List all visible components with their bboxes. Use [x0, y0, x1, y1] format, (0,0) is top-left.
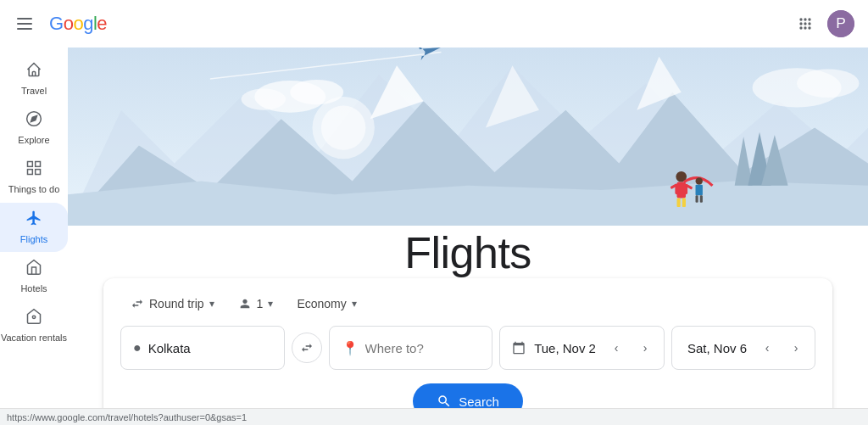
things-to-do-icon: [25, 159, 42, 181]
svg-marker-3: [31, 116, 36, 122]
svg-rect-5: [36, 162, 41, 167]
sidebar-label-flights: Flights: [20, 234, 47, 245]
explore-icon: [25, 110, 42, 131]
return-date-field[interactable]: Sat, Nov 6 ‹ ›: [671, 326, 815, 370]
destination-field[interactable]: 📍: [329, 326, 493, 370]
passengers-chevron: ▾: [268, 298, 273, 310]
sidebar-label-explore: Explore: [18, 135, 49, 146]
cabin-class-label: Economy: [297, 297, 346, 310]
sidebar-label-things-to-do: Things to do: [8, 184, 60, 195]
passengers-label: 1: [257, 297, 264, 310]
destination-icon: 📍: [342, 340, 359, 356]
sidebar-item-flights[interactable]: Flights: [0, 203, 68, 252]
svg-rect-4: [28, 162, 33, 167]
svg-rect-32: [676, 198, 680, 206]
search-box: Round trip ▾ 1 ▾ Economy ▾: [103, 278, 832, 408]
apps-grid-button[interactable]: [790, 8, 821, 39]
search-button[interactable]: Search: [413, 383, 523, 408]
sidebar-label-vacation-rentals: Vacation rentals: [1, 333, 67, 344]
svg-rect-39: [700, 195, 703, 202]
depart-next-button[interactable]: ›: [633, 336, 657, 360]
origin-icon: ●: [133, 340, 142, 355]
swap-button[interactable]: [292, 333, 322, 363]
sidebar-label-travel: Travel: [21, 86, 47, 97]
svg-point-8: [32, 316, 35, 318]
return-prev-button[interactable]: ‹: [755, 336, 779, 360]
depart-date-field[interactable]: Tue, Nov 2 ‹ ›: [499, 326, 665, 370]
status-url: https://www.google.com/travel/hotels?aut…: [7, 412, 247, 422]
svg-rect-7: [28, 170, 33, 175]
travel-icon: [25, 61, 42, 82]
sidebar-item-explore[interactable]: Explore: [0, 103, 68, 153]
origin-field[interactable]: ●: [120, 326, 285, 370]
avatar[interactable]: P: [827, 10, 854, 37]
trip-type-button[interactable]: Round trip ▾: [120, 292, 225, 316]
return-next-button[interactable]: ›: [784, 336, 808, 360]
google-logo: Google: [49, 13, 107, 35]
svg-marker-15: [68, 182, 868, 226]
hotels-icon: [25, 259, 42, 280]
search-section: Round trip ▾ 1 ▾ Economy ▾: [68, 278, 868, 408]
menu-button[interactable]: [14, 14, 36, 33]
hero-illustration: [68, 48, 868, 226]
trip-type-chevron: ▾: [209, 298, 214, 310]
search-button-label: Search: [459, 394, 499, 409]
search-fields: ● 📍 Tue, Nov 2 ‹ ›: [120, 326, 815, 370]
vacation-rentals-icon: [25, 308, 42, 329]
sidebar: Travel Explore Things to do Flights Hote…: [0, 48, 68, 408]
origin-input[interactable]: [148, 341, 272, 355]
svg-point-25: [242, 88, 286, 109]
search-btn-wrap: Search: [120, 383, 815, 408]
sidebar-item-things-to-do[interactable]: Things to do: [0, 153, 68, 202]
svg-rect-6: [36, 170, 41, 175]
sidebar-item-travel[interactable]: Travel: [0, 54, 68, 103]
svg-point-36: [696, 177, 703, 184]
sidebar-label-hotels: Hotels: [20, 283, 47, 294]
depart-prev-button[interactable]: ‹: [604, 336, 628, 360]
status-bar: https://www.google.com/travel/hotels?aut…: [0, 408, 868, 425]
destination-input[interactable]: [365, 341, 481, 355]
content-area: Flights Round trip ▾ 1 ▾: [68, 48, 868, 408]
cabin-class-chevron: ▾: [352, 298, 357, 310]
search-options: Round trip ▾ 1 ▾ Economy ▾: [120, 292, 815, 316]
return-date-text: Sat, Nov 6: [684, 341, 750, 355]
topbar-left: Google: [14, 13, 107, 35]
svg-rect-38: [696, 195, 698, 202]
svg-point-41: [321, 105, 365, 149]
main-content: Travel Explore Things to do Flights Hote…: [0, 48, 868, 408]
sidebar-item-hotels[interactable]: Hotels: [0, 252, 68, 301]
topbar: Google P: [0, 0, 868, 48]
passengers-button[interactable]: 1 ▾: [228, 292, 284, 316]
depart-date-text: Tue, Nov 2: [531, 341, 599, 355]
hero-banner: [68, 48, 868, 226]
trip-type-label: Round trip: [149, 297, 204, 310]
sidebar-item-vacation-rentals[interactable]: Vacation rentals: [0, 301, 68, 350]
topbar-right: P: [790, 8, 854, 39]
page-title-section: Flights: [68, 236, 868, 278]
svg-rect-37: [696, 185, 703, 196]
page-title: Flights: [68, 227, 868, 278]
cabin-class-button[interactable]: Economy ▾: [287, 292, 366, 316]
svg-rect-33: [682, 198, 686, 206]
svg-text:P: P: [836, 14, 846, 31]
svg-point-27: [797, 69, 859, 98]
flights-icon: [25, 210, 42, 231]
